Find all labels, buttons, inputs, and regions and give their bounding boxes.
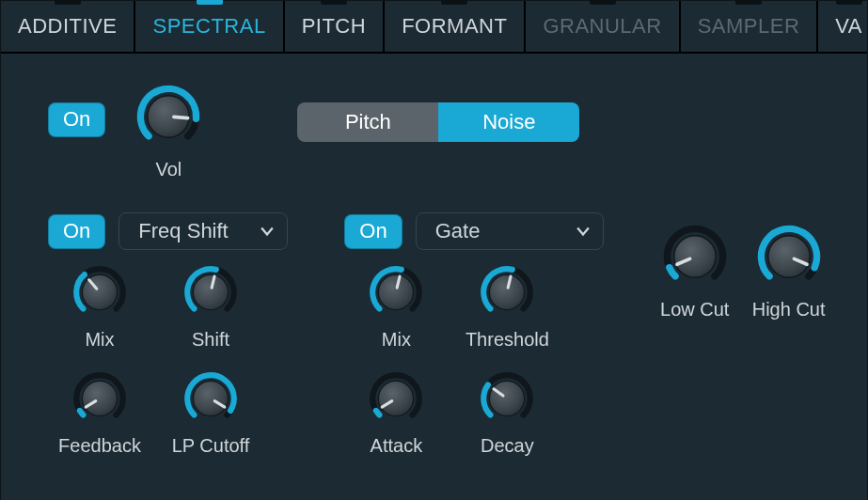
fx1-mix-label: Mix (85, 329, 114, 351)
svg-point-14 (379, 381, 414, 415)
vol-label: Vol (155, 159, 181, 180)
fx1-type-label: Freq Shift (138, 219, 228, 243)
fx1-on-button[interactable]: On (48, 214, 105, 249)
svg-point-20 (767, 236, 809, 277)
tab-sampler[interactable]: SAMPLER (681, 1, 819, 52)
chevron-down-icon (576, 225, 590, 238)
tab-spectral[interactable]: SPECTRAL (135, 1, 284, 52)
fx1-shift-label: Shift (192, 329, 229, 351)
fx2-threshold-knob[interactable] (478, 263, 536, 321)
highcut-label: High Cut (752, 299, 826, 320)
svg-point-6 (82, 381, 117, 415)
filter-section: Low Cut High Cut (660, 222, 826, 320)
svg-point-2 (82, 274, 117, 309)
tab-additive[interactable]: ADDITIVE (1, 1, 135, 52)
lowcut-knob[interactable] (660, 222, 730, 291)
fx2-decay-label: Decay (481, 435, 534, 457)
tab-pitch[interactable]: PITCH (285, 1, 386, 52)
vol-knob[interactable] (134, 82, 203, 151)
lowcut-label: Low Cut (660, 299, 729, 320)
fx1-type-dropdown[interactable]: Freq Shift (118, 212, 288, 250)
vol-knob-group: Vol (134, 82, 203, 180)
chevron-down-icon (260, 225, 274, 238)
fx2-mix-knob[interactable] (367, 263, 425, 321)
fx1-feedback-label: Feedback (58, 435, 141, 457)
svg-point-12 (490, 274, 525, 309)
fx1-feedback-knob[interactable] (71, 369, 129, 428)
content: On Vol Pitch Noise (1, 54, 867, 457)
engine-tabs: ADDITIVE SPECTRAL PITCH FORMANT GRANULAR… (1, 1, 867, 54)
svg-point-16 (490, 381, 525, 415)
fx1-section: On Freq Shift Mix (48, 212, 288, 457)
svg-point-18 (674, 236, 716, 277)
svg-point-8 (193, 381, 228, 415)
fx2-section: On Gate Mix (344, 212, 603, 457)
fx2-decay-knob[interactable] (478, 369, 536, 428)
fx2-threshold-label: Threshold (466, 329, 549, 351)
spectral-on-button[interactable]: On (48, 102, 105, 137)
fx1-lpcutoff-label: LP Cutoff (172, 435, 250, 457)
tab-granular[interactable]: GRANULAR (526, 1, 680, 52)
fx2-attack-label: Attack (371, 435, 423, 457)
fx2-type-label: Gate (435, 219, 481, 243)
tab-formant[interactable]: FORMANT (385, 1, 526, 52)
fx1-mix-knob[interactable] (71, 263, 129, 321)
pitch-noise-segmented[interactable]: Pitch Noise (297, 102, 579, 142)
svg-point-4 (193, 274, 228, 309)
fx1-shift-knob[interactable] (181, 263, 240, 321)
fx2-type-dropdown[interactable]: Gate (416, 212, 604, 250)
fx2-on-button[interactable]: On (344, 214, 402, 249)
fx2-attack-knob[interactable] (367, 369, 425, 428)
svg-point-10 (379, 274, 414, 309)
tab-va[interactable]: VA (818, 1, 868, 52)
seg-noise[interactable]: Noise (438, 102, 579, 142)
highcut-knob[interactable] (754, 222, 824, 291)
svg-line-1 (174, 117, 188, 117)
seg-pitch[interactable]: Pitch (297, 102, 438, 142)
fx2-mix-label: Mix (382, 329, 411, 351)
spectral-panel: ADDITIVE SPECTRAL PITCH FORMANT GRANULAR… (0, 0, 868, 500)
fx1-lpcutoff-knob[interactable] (181, 369, 240, 428)
